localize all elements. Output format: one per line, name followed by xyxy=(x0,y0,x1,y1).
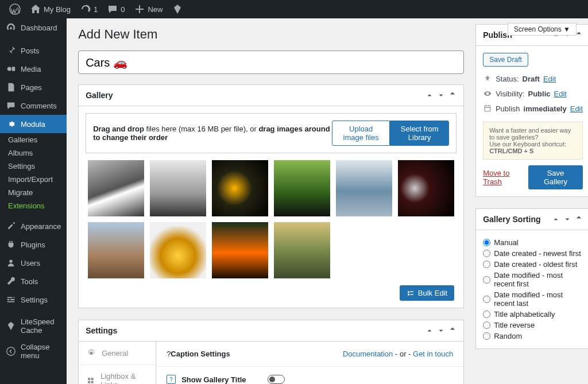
litespeed-icon xyxy=(6,321,16,331)
sidebar-sub-settings[interactable]: Settings xyxy=(0,160,67,173)
sidebar-sub-galleries[interactable]: Galleries xyxy=(0,133,67,146)
svg-point-3 xyxy=(7,347,15,355)
edit-visibility-link[interactable]: Edit xyxy=(554,90,566,98)
new-label: New xyxy=(148,5,163,14)
sidebar-sub-extensions[interactable]: Extensions xyxy=(0,199,67,212)
select-from-library-button[interactable]: Select from Library xyxy=(390,121,449,146)
sidebar-sub-migrate[interactable]: Migrate xyxy=(0,186,67,199)
gallery-image[interactable] xyxy=(150,160,206,216)
edit-publish-link[interactable]: Edit xyxy=(570,104,583,113)
gallery-image[interactable] xyxy=(88,160,144,216)
sort-title-alpha[interactable]: Title alphabetically xyxy=(483,309,583,320)
gallery-image[interactable] xyxy=(274,160,330,216)
comments-count: 0 xyxy=(121,5,125,14)
upload-image-files-button[interactable]: Upload image files xyxy=(332,121,390,146)
sort-title-rev[interactable]: Title reverse xyxy=(483,320,583,331)
sidebar-item-comments[interactable]: Comments xyxy=(0,96,67,115)
visibility-row: Visibility: Public Edit xyxy=(483,86,583,101)
new-link[interactable]: New xyxy=(129,3,167,15)
sidebar-item-litespeed[interactable]: LiteSpeed Cache xyxy=(0,313,67,339)
move-to-trash-link[interactable]: Move to Trash xyxy=(483,169,528,186)
grid-icon xyxy=(87,376,95,384)
pin-icon xyxy=(483,74,492,83)
admin-toolbar: My Blog 1 0 New xyxy=(0,0,588,18)
gallery-image[interactable] xyxy=(336,160,392,216)
gallery-image[interactable] xyxy=(88,222,144,278)
toggle-icon[interactable] xyxy=(575,215,583,223)
chevron-up-icon[interactable] xyxy=(425,327,434,335)
chevron-down-icon[interactable] xyxy=(437,91,445,99)
chevron-down-icon[interactable] xyxy=(437,327,445,335)
chevron-up-icon[interactable] xyxy=(552,215,560,223)
tab-general[interactable]: General xyxy=(79,342,156,365)
gallery-image[interactable] xyxy=(398,160,454,216)
pin-icon xyxy=(6,45,16,56)
chevron-up-icon[interactable] xyxy=(425,91,434,99)
save-gallery-button[interactable]: Save Gallery xyxy=(528,165,583,189)
sliders-icon xyxy=(6,294,16,305)
plug-icon xyxy=(6,239,16,250)
litespeed-toolbar[interactable] xyxy=(167,3,188,15)
sort-random[interactable]: Random xyxy=(483,331,583,342)
sidebar-item-settings[interactable]: Settings xyxy=(0,290,67,309)
get-in-touch-link[interactable]: Get in touch xyxy=(413,350,453,358)
dashboard-icon xyxy=(6,22,16,33)
svg-point-2 xyxy=(9,260,12,263)
updates-link[interactable]: 1 xyxy=(75,3,102,15)
sidebar-item-modula[interactable]: Modula xyxy=(0,115,67,133)
comments-link[interactable]: 0 xyxy=(102,3,129,15)
gallery-image[interactable] xyxy=(274,222,330,278)
brush-icon xyxy=(6,221,16,231)
sidebar-item-posts[interactable]: Posts xyxy=(0,41,67,60)
upload-instruction-bar: Drag and drop files here (max 16 MB per … xyxy=(86,113,457,153)
sidebar-item-appearance[interactable]: Appearance xyxy=(0,217,67,235)
toggle-icon[interactable] xyxy=(448,91,457,99)
sort-newest[interactable]: Date created - newest first xyxy=(483,248,583,259)
sort-mod-last[interactable]: Date modified - most recent last xyxy=(483,289,583,309)
sort-mod-first[interactable]: Date modified - most recent first xyxy=(483,270,583,289)
litespeed-icon xyxy=(172,3,183,15)
sidebar-sub-import[interactable]: Import/Export xyxy=(0,173,67,186)
gallery-image[interactable] xyxy=(212,160,268,216)
caption-settings-header: Caption Settings xyxy=(171,350,230,358)
wp-logo[interactable] xyxy=(5,3,25,15)
sidebar-item-users[interactable]: Users xyxy=(0,254,67,272)
documentation-link[interactable]: Documentation xyxy=(343,350,393,358)
gallery-thumbnails xyxy=(86,160,457,278)
sort-manual[interactable]: Manual xyxy=(483,237,583,248)
tab-lightbox[interactable]: Lightbox & Links xyxy=(79,365,156,384)
wrench-icon xyxy=(6,276,16,286)
keyboard-shortcut-info: Want a faster and easier way to save gal… xyxy=(483,122,583,160)
gallery-panel-title: Gallery xyxy=(86,91,113,100)
updates-count: 1 xyxy=(94,5,98,14)
chevron-down-icon[interactable] xyxy=(563,215,571,223)
bulk-edit-button[interactable]: Bulk Edit xyxy=(400,285,454,301)
help-icon[interactable]: ? xyxy=(167,375,176,384)
save-draft-button[interactable]: Save Draft xyxy=(483,53,528,67)
publish-date-row: Publish immediately Edit xyxy=(483,101,583,116)
sidebar-item-media[interactable]: Media xyxy=(0,60,67,78)
site-name: My Blog xyxy=(44,5,71,14)
sidebar-item-tools[interactable]: Tools xyxy=(0,272,67,290)
sidebar-collapse[interactable]: Collapse menu xyxy=(0,339,67,364)
show-gallery-title-label: Show Gallery Title xyxy=(181,375,268,384)
show-gallery-title-toggle[interactable] xyxy=(268,375,285,384)
media-icon xyxy=(6,64,16,74)
toggle-icon[interactable] xyxy=(448,327,457,335)
gear-icon xyxy=(6,119,16,129)
comment-icon xyxy=(6,100,16,111)
sidebar-sub-albums[interactable]: Albums xyxy=(0,146,67,160)
sidebar-item-dashboard[interactable]: Dashboard xyxy=(0,18,67,37)
sort-oldest[interactable]: Date created - oldest first xyxy=(483,259,583,270)
gallery-image[interactable] xyxy=(212,222,268,278)
gallery-image[interactable] xyxy=(150,222,206,278)
screen-options-toggle[interactable]: Screen Options ▼ xyxy=(508,23,577,36)
sidebar-item-plugins[interactable]: Plugins xyxy=(0,235,67,254)
update-icon xyxy=(80,3,91,15)
help-icon[interactable]: ? xyxy=(167,350,171,358)
edit-status-link[interactable]: Edit xyxy=(543,75,556,83)
gallery-title-input[interactable] xyxy=(78,51,464,74)
sidebar-item-pages[interactable]: Pages xyxy=(0,78,67,96)
site-name-link[interactable]: My Blog xyxy=(25,3,75,15)
settings-panel-title: Settings xyxy=(86,326,117,335)
